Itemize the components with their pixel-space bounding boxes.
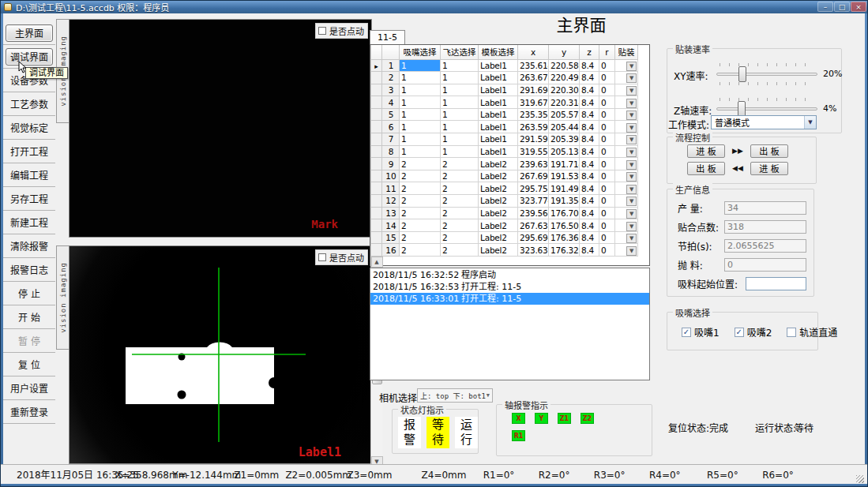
table-row[interactable]: 15 2 2 Label2 295.694 176.362 8.4 0 [371, 231, 638, 244]
row-header[interactable] [371, 195, 382, 208]
paste-dropdown-icon[interactable] [626, 160, 637, 170]
cell-x[interactable]: 235.614 [518, 59, 549, 72]
cell-feeder[interactable]: 2 [441, 195, 479, 208]
cell-r[interactable]: 0 [599, 121, 615, 133]
paste-dropdown-icon[interactable] [626, 234, 637, 243]
cell-r[interactable]: 0 [599, 96, 615, 109]
cell-template[interactable]: Label1 [479, 84, 518, 96]
cell-r[interactable]: 0 [599, 195, 615, 208]
sidebar-button[interactable]: 主界面 [3, 21, 55, 45]
cell-feeder[interactable]: 1 [441, 145, 479, 158]
cell-r[interactable]: 0 [599, 72, 615, 84]
table-row[interactable]: 13 2 2 Label2 239.566 176.706 8.4 0 [371, 207, 638, 219]
row-header[interactable] [371, 72, 382, 84]
cell-x[interactable]: 295.694 [518, 231, 549, 244]
paste-dropdown-icon[interactable] [626, 197, 637, 206]
table-row[interactable]: 10 2 2 Label2 267.694 191.538 8.4 0 [371, 170, 638, 182]
cell-z[interactable]: 8.4 [580, 72, 599, 84]
cell-paste[interactable] [615, 158, 638, 170]
cell-template[interactable]: Label1 [479, 72, 518, 84]
row-header[interactable] [371, 121, 382, 133]
cell-paste[interactable] [615, 84, 638, 96]
sidebar-button[interactable]: 视觉标定 [3, 116, 55, 140]
cell-y[interactable]: 191.714 [549, 158, 580, 170]
jog-checkbox-bottom[interactable]: 是否点动 [315, 249, 368, 265]
cell-feeder[interactable]: 2 [441, 207, 479, 219]
paste-dropdown-icon[interactable] [626, 172, 637, 182]
cell-z[interactable]: 8.4 [580, 96, 599, 109]
col-paste[interactable]: 贴装 [615, 45, 638, 59]
production-value-field[interactable]: 34 [724, 201, 806, 215]
cell-template[interactable]: Label2 [479, 231, 518, 244]
cell-feeder[interactable]: 2 [441, 244, 479, 257]
col-nozzle[interactable]: 吸嘴选择 [400, 45, 441, 59]
sidebar-button[interactable]: 重新登录 [3, 400, 55, 424]
row-header[interactable] [371, 145, 382, 158]
cell-y[interactable]: 205.442 [549, 121, 580, 133]
sidebar-button[interactable]: 另存工程 [3, 187, 55, 211]
cell-feeder[interactable]: 1 [441, 84, 479, 96]
camera-tab-bottom[interactable]: vision imaging [56, 245, 69, 350]
resize-grip[interactable] [856, 475, 864, 483]
tab-project[interactable]: 11-5 [370, 30, 405, 44]
cell-r[interactable]: 0 [599, 219, 615, 232]
row-header[interactable] [371, 59, 382, 72]
cell-nozzle[interactable]: 2 [400, 219, 441, 232]
cell-nozzle[interactable]: 1 [400, 59, 441, 72]
cell-y[interactable]: 191.538 [549, 170, 580, 182]
cell-z[interactable]: 8.4 [580, 158, 599, 170]
col-template[interactable]: 模板选择 [479, 45, 518, 59]
cell-z[interactable]: 8.4 [580, 84, 599, 96]
cell-nozzle[interactable]: 2 [400, 231, 441, 244]
cell-nozzle[interactable]: 1 [400, 72, 441, 84]
col-x[interactable]: x [518, 45, 549, 59]
work-mode-dropdown[interactable]: 普通模式 ▼ [711, 115, 817, 129]
paste-dropdown-icon[interactable] [626, 135, 637, 144]
cell-x[interactable]: 323.774 [518, 195, 549, 208]
board-in-button-2[interactable]: 进 板 [750, 162, 788, 175]
cell-y[interactable]: 176.362 [549, 231, 580, 244]
cell-feeder[interactable]: 2 [441, 158, 479, 170]
row-header[interactable] [371, 158, 382, 170]
cell-feeder[interactable]: 2 [441, 231, 479, 244]
sidebar-button[interactable]: 新建工程 [3, 211, 55, 234]
cell-r[interactable]: 0 [599, 207, 615, 219]
cell-paste[interactable] [615, 195, 638, 208]
cell-feeder[interactable]: 1 [441, 121, 479, 133]
cell-template[interactable]: Label1 [479, 121, 518, 133]
cell-template[interactable]: Label2 [479, 207, 518, 219]
col-z[interactable]: z [580, 45, 599, 59]
table-row[interactable]: 16 2 2 Label2 323.63 176.322 8.4 0 [371, 244, 638, 257]
cell-x[interactable]: 267.63 [518, 219, 549, 232]
cell-y[interactable]: 220.302 [549, 84, 580, 96]
cell-template[interactable]: Label1 [479, 145, 518, 158]
cell-paste[interactable] [615, 145, 638, 158]
cell-paste[interactable] [615, 219, 638, 232]
cell-feeder[interactable]: 1 [441, 72, 479, 84]
close-button[interactable]: × [851, 2, 866, 12]
cell-x[interactable]: 319.55 [518, 145, 549, 158]
cell-r[interactable]: 0 [599, 170, 615, 182]
production-value-field[interactable]: 2.0655625 [724, 239, 806, 253]
sidebar-button[interactable]: 开 始 [3, 305, 55, 329]
cell-y[interactable]: 220.314 [549, 96, 580, 109]
cell-paste[interactable] [615, 72, 638, 84]
row-header[interactable] [371, 133, 382, 146]
sidebar-button[interactable]: 调试界面 [3, 45, 55, 69]
checkbox-icon[interactable] [318, 253, 326, 261]
cell-r[interactable]: 0 [599, 158, 615, 170]
cell-template[interactable]: Label2 [479, 219, 518, 232]
cell-z[interactable]: 8.4 [580, 182, 599, 195]
nozzle-checkbox[interactable]: 轨道直通 [787, 325, 837, 339]
table-row[interactable]: 12 2 2 Label2 323.774 191.354 8.4 0 [371, 195, 638, 208]
cell-template[interactable]: Label2 [479, 170, 518, 182]
cell-y[interactable]: 176.506 [549, 219, 580, 232]
cell-x[interactable]: 291.59 [518, 133, 549, 146]
minimize-button[interactable]: – [817, 2, 833, 12]
cell-template[interactable]: Label1 [479, 59, 518, 72]
camera-select-dropdown[interactable]: 上: top 下: bot1 ▼ [417, 388, 493, 403]
cell-paste[interactable] [615, 108, 638, 121]
row-header[interactable] [371, 219, 382, 232]
cell-nozzle[interactable]: 2 [400, 158, 441, 170]
cell-y[interactable]: 191.354 [549, 195, 580, 208]
